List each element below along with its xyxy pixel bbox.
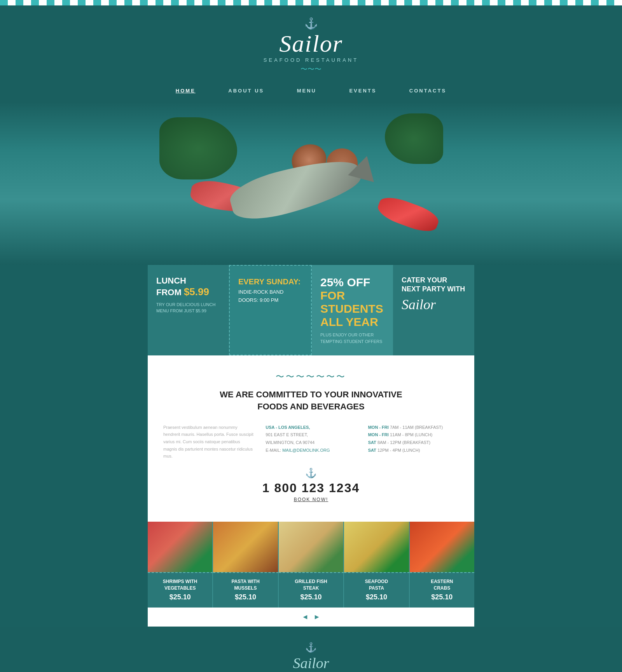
anchor-icon: ⚓ — [0, 17, 622, 30]
gallery-title-seafood-pasta: SEAFOODPASTA — [348, 578, 405, 592]
info-hours: MON - FRI 7AM - 11AM (BREAKFAST) MON - F… — [368, 424, 459, 460]
promo-discount-sub: FOR STUDENTS ALL YEAR — [320, 289, 384, 329]
nav-home[interactable]: HOME — [176, 88, 196, 94]
promo-lunch: LUNCHFROM $5.99 TRY OUR DELICIOUS LUNCH … — [148, 265, 229, 355]
food-image-fish — [279, 522, 343, 572]
gallery-price-pasta: $25.10 — [217, 593, 274, 601]
book-now-link[interactable]: BOOK NOW! — [163, 497, 459, 502]
promo-discount: 25% off FOR STUDENTS ALL YEAR PLUS ENJOY… — [312, 265, 393, 355]
footer-logo: Sailor — [0, 655, 622, 672]
gallery-item-5[interactable] — [410, 522, 474, 572]
promo-strip: LUNCHFROM $5.99 TRY OUR DELICIOUS LUNCH … — [148, 265, 474, 355]
promo-discount-note: PLUS ENJOY OUR OTHER TEMPTING STUDENT OF… — [320, 332, 384, 345]
gallery-title-pasta: PASTA WITHMUSSELS — [217, 578, 274, 592]
info-city: WILMINGTON, CA 90744 — [266, 440, 314, 445]
header: ⚓ Sailor SEAFOOD RESTAURANT 〜〜〜 — [0, 5, 622, 82]
promo-lunch-sub: TRY OUR DELICIOUS LUNCH MENU FROM JUST $… — [156, 301, 220, 314]
promo-sunday: EVERY SUNDAY: INDIE-ROCK BAND DOORS: 9:0… — [229, 265, 312, 355]
promo-sunday-doors: DOORS: 9:00 PM — [238, 297, 302, 303]
info-columns: Praesent vestibulum aenean nonummy hendr… — [163, 424, 459, 460]
promo-cater-title: CATER YOUR NEXT PARTY WITH — [402, 276, 466, 294]
menu-gallery: SHRIMPS WITHVEGETABLES $25.10 PASTA WITH… — [148, 522, 474, 608]
gallery-label-3: GRILLED FISHSTEAK $25.10 — [279, 572, 344, 608]
gallery-item-3[interactable] — [279, 522, 344, 572]
hours-sat2-label: SAT — [368, 448, 376, 453]
food-image-crab — [410, 522, 474, 572]
info-email-link[interactable]: MAIL@DEMOLINK.ORG — [282, 448, 330, 453]
hours-monFri1-label: MON - FRI — [368, 425, 389, 430]
food-image-seafood-pasta — [344, 522, 409, 572]
food-image-shrimp — [148, 522, 212, 572]
hours-sat1-time: 8AM - 12PM (BREAKFAST) — [377, 440, 430, 445]
info-headline: We are committed to your innovative FOOD… — [163, 389, 459, 413]
promo-discount-amount: 25% off — [320, 276, 384, 289]
gallery-price-crab: $25.10 — [414, 593, 470, 601]
nav-events[interactable]: EVENTS — [349, 88, 376, 94]
promo-lunch-price: $5.99 — [184, 286, 209, 298]
promo-cater-logo: Sailor — [402, 296, 466, 313]
gallery-title-fish: GRILLED FISHSTEAK — [283, 578, 339, 592]
greenery-left — [159, 117, 237, 179]
gallery-prev-button[interactable]: ◄ — [302, 613, 309, 621]
gallery-label-5: EASTERNCRABS $25.10 — [410, 572, 474, 608]
wave-decoration: 〜〜〜〜〜〜〜 — [163, 371, 459, 383]
navigation: HOME ABOUT US MENU EVENTS CONTACTS — [0, 82, 622, 102]
info-body-text: Praesent vestibulum aenean nonummy hendr… — [163, 424, 254, 460]
gallery-label-4: SEAFOODPASTA $25.10 — [344, 572, 409, 608]
hero-seafood-display — [159, 106, 463, 261]
gallery-item-2[interactable] — [213, 522, 278, 572]
food-image-pasta — [213, 522, 278, 572]
hero-image — [0, 102, 622, 265]
promo-cater: CATER YOUR NEXT PARTY WITH Sailor — [393, 265, 474, 355]
nav-about[interactable]: ABOUT US — [228, 88, 264, 94]
info-address-label: USA - LOS ANGELES, — [266, 425, 310, 430]
promo-sunday-title: EVERY SUNDAY: — [238, 277, 302, 287]
hours-sat1-label: SAT — [368, 440, 376, 445]
gallery-items — [148, 522, 474, 572]
gallery-price-seafood-pasta: $25.10 — [348, 593, 405, 601]
logo-wave: 〜〜〜 — [0, 64, 622, 74]
hours-monFri1-time: 7AM - 11AM (BREAKFAST) — [390, 425, 443, 430]
info-section: 〜〜〜〜〜〜〜 We are committed to your innovat… — [148, 355, 474, 522]
logo: Sailor — [0, 31, 622, 56]
gallery-item-1[interactable] — [148, 522, 213, 572]
footer-anchor-icon: ⚓ — [0, 642, 622, 653]
gallery-price-fish: $25.10 — [283, 593, 339, 601]
nav-contacts[interactable]: CONTACTS — [409, 88, 446, 94]
gallery-labels: SHRIMPS WITHVEGETABLES $25.10 PASTA WITH… — [148, 572, 474, 608]
phone-number: 1 800 123 1234 — [163, 481, 459, 495]
info-email-label: E-MAIL: — [266, 448, 281, 453]
phone-anchor-icon: ⚓ — [163, 468, 459, 479]
logo-subtitle: SEAFOOD RESTAURANT — [0, 57, 622, 63]
gallery-navigation: ◄ ► — [148, 608, 474, 627]
nav-menu[interactable]: MENU — [297, 88, 316, 94]
gallery-label-1: SHRIMPS WITHVEGETABLES $25.10 — [148, 572, 213, 608]
hours-sat2-time: 12PM - 4PM (LUNCH) — [377, 448, 420, 453]
promo-lunch-title: LUNCHFROM $5.99 — [156, 276, 220, 298]
footer: ⚓ Sailor © 2014 PRIVACY POLICY — [0, 627, 622, 672]
greenery-right — [385, 113, 443, 164]
gallery-title-shrimp: SHRIMPS WITHVEGETABLES — [152, 578, 208, 592]
promo-sunday-band: INDIE-ROCK BAND — [238, 289, 302, 295]
hours-monFri2-label: MON - FRI — [368, 432, 389, 437]
phone-section: ⚓ 1 800 123 1234 BOOK NOW! — [163, 460, 459, 506]
gallery-title-crab: EASTERNCRABS — [414, 578, 470, 592]
hours-monFri2-time: 11AM - 8PM (LUNCH) — [390, 432, 432, 437]
gallery-item-4[interactable] — [344, 522, 409, 572]
lobster — [375, 193, 442, 236]
top-stripe — [0, 0, 622, 5]
gallery-price-shrimp: $25.10 — [152, 593, 208, 601]
gallery-next-button[interactable]: ► — [313, 613, 320, 621]
info-street: 901 EAST E STREET, — [266, 432, 308, 437]
gallery-label-2: PASTA WITHMUSSELS $25.10 — [213, 572, 278, 608]
info-address: USA - LOS ANGELES, 901 EAST E STREET, WI… — [266, 424, 356, 460]
